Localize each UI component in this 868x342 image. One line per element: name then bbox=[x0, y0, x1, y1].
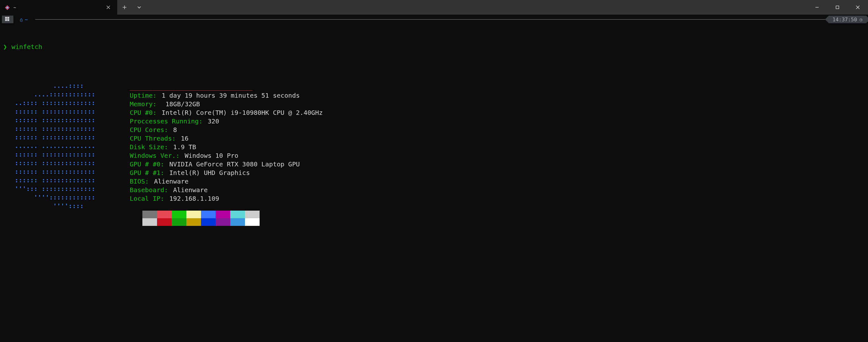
info-row: GPU # #0: NVIDIA GeForce RTX 3080 Laptop… bbox=[130, 160, 323, 169]
palette-swatch bbox=[201, 211, 216, 218]
system-info: ________________________________ Uptime:… bbox=[130, 81, 323, 226]
color-palette bbox=[143, 211, 323, 226]
info-key: Baseboard: bbox=[130, 186, 168, 194]
info-row: Memory: 18GB/32GB bbox=[130, 100, 323, 108]
prompt-line: ❯ winfetch bbox=[3, 43, 865, 51]
tab-title: ~ bbox=[13, 5, 101, 10]
info-key: Local IP: bbox=[130, 195, 164, 202]
info-row: BIOS: Alienware bbox=[130, 177, 323, 186]
terminal-body[interactable]: ❯ winfetch ....:::: ....:::::::::::: ..:… bbox=[0, 24, 868, 342]
crumb-path: ⌂ ~ bbox=[13, 15, 32, 23]
info-row: Local IP: 192.168.1.109 bbox=[130, 194, 323, 203]
palette-swatch bbox=[157, 211, 172, 218]
info-value: 1 day 19 hours 39 minutes 51 seconds bbox=[158, 92, 300, 99]
crumb-path-text: ~ bbox=[25, 16, 28, 23]
info-key: Windows Ver.: bbox=[130, 152, 180, 160]
svg-rect-4 bbox=[5, 17, 7, 19]
palette-swatch bbox=[157, 218, 172, 226]
info-value: 8 bbox=[169, 126, 177, 134]
info-key: GPU # #1: bbox=[130, 169, 164, 177]
info-value: NVIDIA GeForce RTX 3080 Laptop GPU bbox=[166, 160, 300, 168]
info-row: Proccesses Running: 320 bbox=[130, 117, 323, 126]
info-value: 1.9 TB bbox=[169, 143, 196, 151]
palette-swatch bbox=[172, 218, 186, 226]
palette-swatch bbox=[201, 218, 216, 226]
info-key: CPU Threads: bbox=[130, 135, 176, 142]
clock-segment: 14:37:50 ◷ bbox=[829, 15, 866, 23]
info-value: 320 bbox=[204, 117, 219, 125]
minimize-button[interactable] bbox=[807, 0, 827, 14]
svg-rect-7 bbox=[7, 19, 9, 21]
new-tab-button[interactable] bbox=[117, 0, 132, 14]
info-divider: ________________________________ bbox=[130, 83, 323, 91]
palette-swatch bbox=[230, 218, 245, 226]
info-key: BIOS: bbox=[130, 177, 149, 185]
maximize-button[interactable] bbox=[827, 0, 847, 14]
info-value: Alienware bbox=[150, 177, 188, 185]
palette-swatch bbox=[143, 211, 157, 218]
palette-swatch bbox=[186, 218, 201, 226]
info-row: Windows Ver.: Windows 10 Pro bbox=[130, 151, 323, 160]
prompt-command: winfetch bbox=[11, 43, 42, 50]
info-key: GPU # #0: bbox=[130, 160, 164, 168]
info-value: Windows 10 Pro bbox=[181, 152, 239, 160]
titlebar: ~ bbox=[0, 0, 868, 14]
info-key: CPU #0: bbox=[130, 109, 156, 116]
window-controls bbox=[807, 0, 868, 14]
titlebar-drag-region[interactable] bbox=[147, 0, 807, 14]
tab-app-icon bbox=[4, 4, 10, 10]
ascii-logo: ....:::: ....:::::::::::: ..:::: :::::::… bbox=[3, 81, 111, 210]
tab-dropdown-button[interactable] bbox=[132, 0, 147, 14]
info-row: CPU #0: Intel(R) Core(TM) i9-10980HK CPU… bbox=[130, 108, 323, 117]
info-row: Baseboard: Alienware bbox=[130, 186, 323, 194]
status-line: ⌂ ~ 14:37:50 ◷ bbox=[0, 14, 868, 24]
info-row: Disk Size: 1.9 TB bbox=[130, 143, 323, 151]
info-key: CPU Cores: bbox=[130, 126, 168, 134]
palette-swatch bbox=[245, 211, 259, 218]
prompt-symbol: ❯ bbox=[3, 43, 7, 50]
info-key: Proccesses Running: bbox=[130, 117, 203, 125]
home-icon: ⌂ bbox=[20, 16, 23, 23]
tab-close-button[interactable] bbox=[104, 3, 113, 12]
clock-time: 14:37:50 bbox=[833, 16, 857, 23]
info-key: Memory: bbox=[130, 100, 156, 108]
windows-icon bbox=[5, 16, 9, 23]
info-row: CPU Threads: 16 bbox=[130, 134, 323, 143]
svg-rect-6 bbox=[5, 19, 7, 21]
info-value: 192.168.1.109 bbox=[166, 195, 219, 202]
close-window-button[interactable] bbox=[847, 0, 868, 14]
info-row: GPU # #1: Intel(R) UHD Graphics bbox=[130, 169, 323, 177]
info-row: CPU Cores: 8 bbox=[130, 126, 323, 134]
info-row: Uptime: 1 day 19 hours 39 minutes 51 sec… bbox=[130, 91, 323, 100]
svg-rect-5 bbox=[7, 17, 9, 19]
info-key: Uptime: bbox=[130, 92, 156, 99]
clock-icon: ◷ bbox=[860, 17, 862, 22]
info-value: Alienware bbox=[169, 186, 208, 194]
palette-swatch bbox=[143, 218, 157, 226]
palette-swatch bbox=[216, 211, 230, 218]
info-value: 18GB/32GB bbox=[158, 100, 200, 108]
crumb-root bbox=[2, 15, 13, 23]
info-key: Disk Size: bbox=[130, 143, 168, 151]
palette-swatch bbox=[172, 211, 186, 218]
svg-rect-3 bbox=[836, 6, 839, 9]
info-value: Intel(R) UHD Graphics bbox=[166, 169, 250, 177]
palette-swatch bbox=[230, 211, 245, 218]
palette-swatch bbox=[186, 211, 201, 218]
info-value: Intel(R) Core(TM) i9-10980HK CPU @ 2.40G… bbox=[158, 109, 323, 116]
winfetch-output: ....:::: ....:::::::::::: ..:::: :::::::… bbox=[3, 81, 865, 226]
terminal-window: ~ bbox=[0, 0, 868, 342]
tab-home[interactable]: ~ bbox=[0, 0, 117, 14]
palette-swatch bbox=[245, 218, 259, 226]
palette-swatch bbox=[216, 218, 230, 226]
info-value: 16 bbox=[177, 135, 189, 142]
status-line-rule bbox=[35, 19, 825, 20]
